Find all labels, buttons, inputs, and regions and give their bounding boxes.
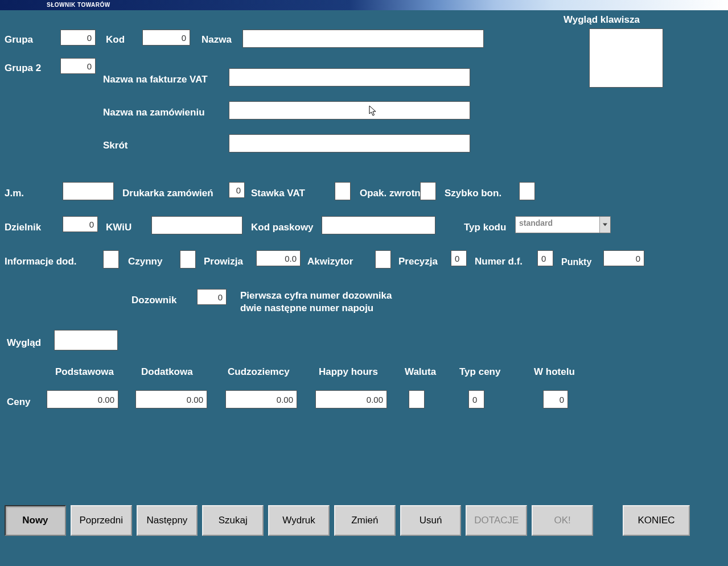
- wydruk-button[interactable]: Wydruk: [268, 505, 330, 536]
- grupa2-label: Grupa 2: [5, 63, 41, 74]
- hdr-typceny: Typ ceny: [459, 366, 500, 378]
- info-dod-input[interactable]: [103, 250, 119, 268]
- nazwa-label: Nazwa: [201, 34, 232, 46]
- ok-button[interactable]: OK!: [532, 505, 593, 536]
- hdr-cudzoziemcy: Cudzoziemcy: [228, 366, 290, 378]
- nazwa-input[interactable]: [242, 30, 484, 48]
- hdr-happy: Happy hours: [319, 366, 378, 378]
- cena-typ-input[interactable]: [468, 390, 484, 408]
- nazwa-faktura-input[interactable]: [229, 68, 470, 86]
- usun-button[interactable]: Usuń: [400, 505, 462, 536]
- kod-input[interactable]: [142, 30, 190, 46]
- prowizja-label: Prowizja: [204, 256, 243, 267]
- drukarka-input[interactable]: [229, 182, 245, 198]
- poprzedni-button[interactable]: Poprzedni: [71, 505, 132, 536]
- skrot-input[interactable]: [229, 134, 470, 152]
- cena-waluta-input[interactable]: [409, 390, 425, 408]
- kwiu-input[interactable]: [151, 216, 242, 234]
- cena-happy-input[interactable]: [315, 390, 387, 408]
- czynny-label: Czynny: [128, 256, 162, 267]
- numer-df-input[interactable]: [537, 250, 553, 266]
- punkty-input[interactable]: [603, 250, 644, 266]
- zmien-button[interactable]: Zmień: [334, 505, 396, 536]
- kod-paskowy-input[interactable]: [322, 216, 435, 234]
- wyglad-input[interactable]: [54, 330, 118, 350]
- main-panel: Wygląd klawisza Grupa Kod Nazwa Grupa 2 …: [0, 10, 728, 505]
- precyzja-input[interactable]: [451, 250, 467, 266]
- akwizytor-input[interactable]: [375, 250, 391, 268]
- kod-paskowy-label: Kod paskowy: [251, 222, 314, 233]
- opak-zwrotne-label: Opak. zwrotne: [360, 188, 426, 199]
- nazwa-faktura-label: Nazwa na fakturze VAT: [103, 74, 208, 85]
- cena-hotel-input[interactable]: [543, 390, 568, 408]
- czynny-input[interactable]: [180, 250, 196, 268]
- nazwa-zamowienie-label: Nazwa na zamówieniu: [103, 107, 205, 118]
- stawka-vat-input[interactable]: [335, 182, 351, 200]
- info-dod-label: Informacje dod.: [5, 256, 77, 267]
- punkty-label: Punkty: [561, 257, 591, 267]
- nazwa-zamowienie-input[interactable]: [229, 101, 470, 119]
- opak-zwrotne-input[interactable]: [420, 182, 436, 200]
- skrot-label: Skrót: [103, 140, 127, 151]
- numer-df-label: Numer d.f.: [475, 256, 523, 267]
- keylook-preview: [589, 28, 663, 88]
- kwiu-label: KWiU: [106, 222, 131, 233]
- ceny-label: Ceny: [7, 396, 31, 408]
- cena-dodatkowa-input[interactable]: [135, 390, 207, 408]
- window-title: SŁOWNIK TOWARÓW: [0, 0, 728, 10]
- typ-kodu-label: Typ kodu: [464, 222, 506, 233]
- chevron-down-icon: [603, 224, 607, 226]
- dzielnik-label: Dzielnik: [5, 222, 41, 233]
- hdr-podstawowa: Podstawowa: [55, 366, 114, 378]
- keylook-label: Wygląd klawisza: [564, 14, 640, 26]
- cena-cudzoziemcy-input[interactable]: [225, 390, 297, 408]
- szukaj-button[interactable]: Szukaj: [202, 505, 264, 536]
- hdr-waluta: Waluta: [405, 366, 436, 378]
- stawka-vat-label: Stawka VAT: [251, 188, 305, 199]
- grupa-input[interactable]: [60, 30, 96, 46]
- hdr-whotelu: W hotelu: [534, 366, 575, 378]
- dozownik-hint1: Pierwsza cyfra numer dozownika: [240, 290, 392, 301]
- jm-input[interactable]: [63, 182, 114, 200]
- cena-podstawowa-input[interactable]: [47, 390, 118, 408]
- dzielnik-input[interactable]: [63, 216, 98, 232]
- akwizytor-label: Akwizytor: [307, 256, 353, 267]
- szybko-bon-input[interactable]: [519, 182, 535, 200]
- dotacje-button[interactable]: DOTACJE: [466, 505, 527, 536]
- koniec-button[interactable]: KONIEC: [623, 505, 690, 536]
- grupa-label: Grupa: [5, 34, 33, 46]
- kod-label: Kod: [106, 34, 125, 46]
- dozownik-hint2: dwie następne numer napoju: [240, 303, 373, 314]
- typ-kodu-select[interactable]: standard: [515, 216, 611, 233]
- prowizja-input[interactable]: [256, 250, 301, 266]
- dozownik-input[interactable]: [197, 289, 227, 305]
- wyglad-label: Wygląd: [7, 337, 41, 349]
- precyzja-label: Precyzja: [398, 256, 438, 267]
- drukarka-label: Drukarka zamówień: [122, 188, 213, 199]
- typ-kodu-value: standard: [519, 218, 553, 228]
- nastepny-button[interactable]: Następny: [137, 505, 198, 536]
- jm-label: J.m.: [5, 188, 24, 199]
- hdr-dodatkowa: Dodatkowa: [141, 366, 193, 378]
- nowy-button[interactable]: Nowy: [5, 505, 66, 536]
- grupa2-input[interactable]: [60, 58, 96, 74]
- dozownik-label: Dozownik: [131, 295, 176, 306]
- szybko-bon-label: Szybko bon.: [445, 188, 501, 199]
